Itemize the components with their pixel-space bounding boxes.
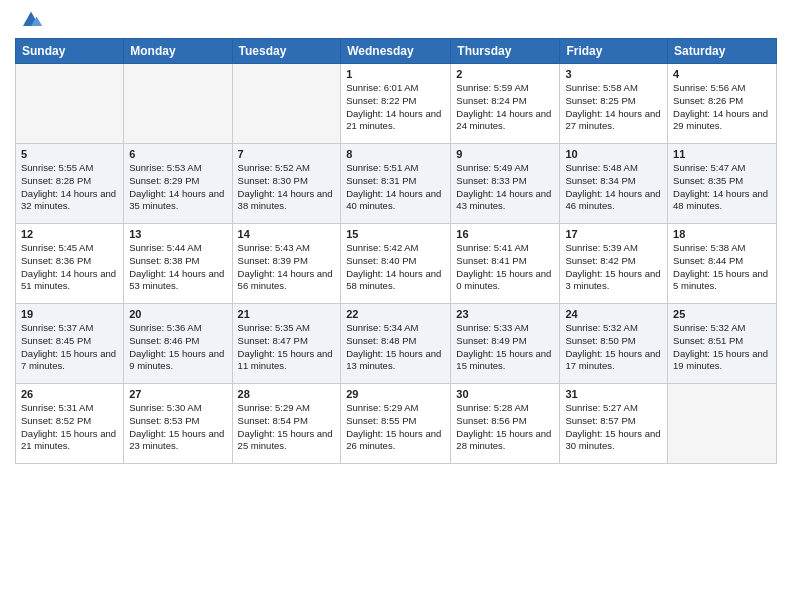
col-header-sunday: Sunday	[16, 39, 124, 64]
day-info: Sunrise: 5:28 AM Sunset: 8:56 PM Dayligh…	[456, 402, 554, 453]
day-cell: 14Sunrise: 5:43 AM Sunset: 8:39 PM Dayli…	[232, 224, 341, 304]
day-number: 18	[673, 228, 771, 240]
day-info: Sunrise: 5:47 AM Sunset: 8:35 PM Dayligh…	[673, 162, 771, 213]
day-number: 23	[456, 308, 554, 320]
day-info: Sunrise: 5:43 AM Sunset: 8:39 PM Dayligh…	[238, 242, 336, 293]
day-cell: 23Sunrise: 5:33 AM Sunset: 8:49 PM Dayli…	[451, 304, 560, 384]
day-info: Sunrise: 5:37 AM Sunset: 8:45 PM Dayligh…	[21, 322, 118, 373]
col-header-saturday: Saturday	[668, 39, 777, 64]
day-number: 24	[565, 308, 662, 320]
col-header-thursday: Thursday	[451, 39, 560, 64]
day-cell: 28Sunrise: 5:29 AM Sunset: 8:54 PM Dayli…	[232, 384, 341, 464]
day-number: 4	[673, 68, 771, 80]
day-number: 16	[456, 228, 554, 240]
week-row: 19Sunrise: 5:37 AM Sunset: 8:45 PM Dayli…	[16, 304, 777, 384]
day-cell: 4Sunrise: 5:56 AM Sunset: 8:26 PM Daylig…	[668, 64, 777, 144]
col-header-monday: Monday	[124, 39, 232, 64]
day-info: Sunrise: 5:59 AM Sunset: 8:24 PM Dayligh…	[456, 82, 554, 133]
day-info: Sunrise: 5:58 AM Sunset: 8:25 PM Dayligh…	[565, 82, 662, 133]
day-info: Sunrise: 5:42 AM Sunset: 8:40 PM Dayligh…	[346, 242, 445, 293]
day-cell: 3Sunrise: 5:58 AM Sunset: 8:25 PM Daylig…	[560, 64, 668, 144]
col-header-friday: Friday	[560, 39, 668, 64]
day-cell: 7Sunrise: 5:52 AM Sunset: 8:30 PM Daylig…	[232, 144, 341, 224]
day-number: 17	[565, 228, 662, 240]
day-cell: 15Sunrise: 5:42 AM Sunset: 8:40 PM Dayli…	[341, 224, 451, 304]
day-cell: 5Sunrise: 5:55 AM Sunset: 8:28 PM Daylig…	[16, 144, 124, 224]
day-cell	[668, 384, 777, 464]
day-info: Sunrise: 5:51 AM Sunset: 8:31 PM Dayligh…	[346, 162, 445, 213]
day-info: Sunrise: 5:27 AM Sunset: 8:57 PM Dayligh…	[565, 402, 662, 453]
day-number: 9	[456, 148, 554, 160]
week-row: 5Sunrise: 5:55 AM Sunset: 8:28 PM Daylig…	[16, 144, 777, 224]
day-cell: 30Sunrise: 5:28 AM Sunset: 8:56 PM Dayli…	[451, 384, 560, 464]
header-row: SundayMondayTuesdayWednesdayThursdayFrid…	[16, 39, 777, 64]
day-number: 10	[565, 148, 662, 160]
day-number: 3	[565, 68, 662, 80]
day-number: 29	[346, 388, 445, 400]
col-header-tuesday: Tuesday	[232, 39, 341, 64]
day-number: 14	[238, 228, 336, 240]
day-info: Sunrise: 5:30 AM Sunset: 8:53 PM Dayligh…	[129, 402, 226, 453]
day-info: Sunrise: 5:33 AM Sunset: 8:49 PM Dayligh…	[456, 322, 554, 373]
day-info: Sunrise: 5:34 AM Sunset: 8:48 PM Dayligh…	[346, 322, 445, 373]
day-number: 28	[238, 388, 336, 400]
page: SundayMondayTuesdayWednesdayThursdayFrid…	[0, 0, 792, 474]
day-number: 21	[238, 308, 336, 320]
day-cell: 22Sunrise: 5:34 AM Sunset: 8:48 PM Dayli…	[341, 304, 451, 384]
day-number: 25	[673, 308, 771, 320]
day-number: 20	[129, 308, 226, 320]
day-cell: 20Sunrise: 5:36 AM Sunset: 8:46 PM Dayli…	[124, 304, 232, 384]
logo	[15, 10, 43, 30]
day-cell: 27Sunrise: 5:30 AM Sunset: 8:53 PM Dayli…	[124, 384, 232, 464]
col-header-wednesday: Wednesday	[341, 39, 451, 64]
day-cell	[124, 64, 232, 144]
day-number: 11	[673, 148, 771, 160]
day-info: Sunrise: 5:36 AM Sunset: 8:46 PM Dayligh…	[129, 322, 226, 373]
header	[15, 10, 777, 30]
day-cell: 19Sunrise: 5:37 AM Sunset: 8:45 PM Dayli…	[16, 304, 124, 384]
day-number: 1	[346, 68, 445, 80]
day-info: Sunrise: 5:44 AM Sunset: 8:38 PM Dayligh…	[129, 242, 226, 293]
day-number: 8	[346, 148, 445, 160]
day-info: Sunrise: 5:48 AM Sunset: 8:34 PM Dayligh…	[565, 162, 662, 213]
day-cell	[16, 64, 124, 144]
day-info: Sunrise: 6:01 AM Sunset: 8:22 PM Dayligh…	[346, 82, 445, 133]
day-number: 31	[565, 388, 662, 400]
day-number: 5	[21, 148, 118, 160]
day-number: 27	[129, 388, 226, 400]
day-info: Sunrise: 5:49 AM Sunset: 8:33 PM Dayligh…	[456, 162, 554, 213]
day-info: Sunrise: 5:52 AM Sunset: 8:30 PM Dayligh…	[238, 162, 336, 213]
day-number: 22	[346, 308, 445, 320]
day-cell: 24Sunrise: 5:32 AM Sunset: 8:50 PM Dayli…	[560, 304, 668, 384]
day-cell: 13Sunrise: 5:44 AM Sunset: 8:38 PM Dayli…	[124, 224, 232, 304]
day-info: Sunrise: 5:53 AM Sunset: 8:29 PM Dayligh…	[129, 162, 226, 213]
day-cell: 1Sunrise: 6:01 AM Sunset: 8:22 PM Daylig…	[341, 64, 451, 144]
day-cell: 8Sunrise: 5:51 AM Sunset: 8:31 PM Daylig…	[341, 144, 451, 224]
day-cell: 6Sunrise: 5:53 AM Sunset: 8:29 PM Daylig…	[124, 144, 232, 224]
day-info: Sunrise: 5:29 AM Sunset: 8:54 PM Dayligh…	[238, 402, 336, 453]
day-number: 12	[21, 228, 118, 240]
day-number: 30	[456, 388, 554, 400]
day-cell: 17Sunrise: 5:39 AM Sunset: 8:42 PM Dayli…	[560, 224, 668, 304]
week-row: 26Sunrise: 5:31 AM Sunset: 8:52 PM Dayli…	[16, 384, 777, 464]
day-info: Sunrise: 5:29 AM Sunset: 8:55 PM Dayligh…	[346, 402, 445, 453]
day-number: 26	[21, 388, 118, 400]
day-info: Sunrise: 5:32 AM Sunset: 8:51 PM Dayligh…	[673, 322, 771, 373]
day-cell: 29Sunrise: 5:29 AM Sunset: 8:55 PM Dayli…	[341, 384, 451, 464]
day-info: Sunrise: 5:39 AM Sunset: 8:42 PM Dayligh…	[565, 242, 662, 293]
day-cell: 16Sunrise: 5:41 AM Sunset: 8:41 PM Dayli…	[451, 224, 560, 304]
day-number: 19	[21, 308, 118, 320]
day-info: Sunrise: 5:31 AM Sunset: 8:52 PM Dayligh…	[21, 402, 118, 453]
day-info: Sunrise: 5:41 AM Sunset: 8:41 PM Dayligh…	[456, 242, 554, 293]
day-cell: 9Sunrise: 5:49 AM Sunset: 8:33 PM Daylig…	[451, 144, 560, 224]
day-cell: 10Sunrise: 5:48 AM Sunset: 8:34 PM Dayli…	[560, 144, 668, 224]
logo-icon	[19, 10, 43, 30]
day-info: Sunrise: 5:45 AM Sunset: 8:36 PM Dayligh…	[21, 242, 118, 293]
day-cell: 25Sunrise: 5:32 AM Sunset: 8:51 PM Dayli…	[668, 304, 777, 384]
day-number: 7	[238, 148, 336, 160]
day-info: Sunrise: 5:38 AM Sunset: 8:44 PM Dayligh…	[673, 242, 771, 293]
day-cell	[232, 64, 341, 144]
day-info: Sunrise: 5:56 AM Sunset: 8:26 PM Dayligh…	[673, 82, 771, 133]
calendar: SundayMondayTuesdayWednesdayThursdayFrid…	[15, 38, 777, 464]
day-info: Sunrise: 5:55 AM Sunset: 8:28 PM Dayligh…	[21, 162, 118, 213]
